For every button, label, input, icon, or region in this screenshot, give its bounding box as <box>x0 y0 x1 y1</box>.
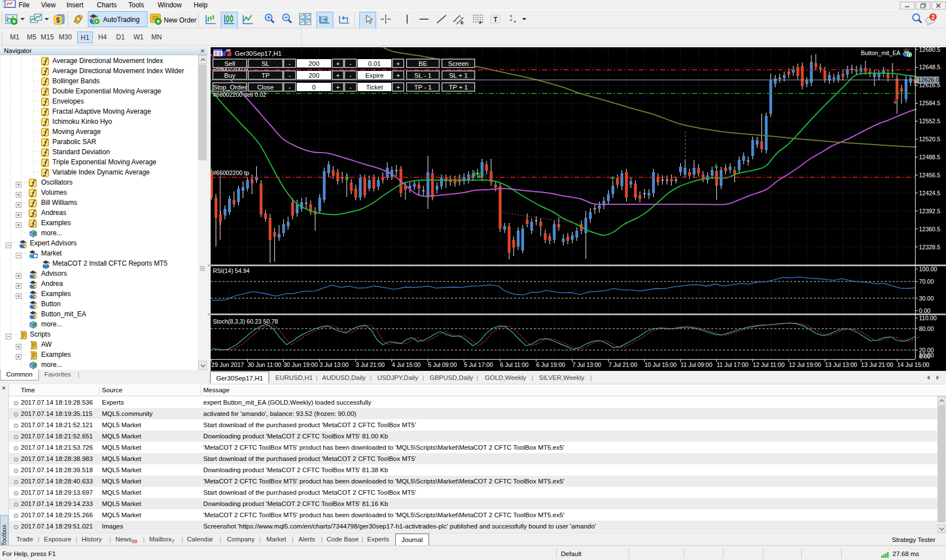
svg-text:12328.5: 12328.5 <box>919 244 940 250</box>
svg-text:12360.5: 12360.5 <box>919 226 940 232</box>
svg-text:Screen: Screen <box>448 60 468 67</box>
svg-text:12584.5: 12584.5 <box>919 100 940 106</box>
svg-text:-: - <box>289 84 291 91</box>
svg-text:T: T <box>493 16 498 24</box>
svg-text:-: - <box>289 72 291 79</box>
svg-text:Sell: Sell <box>224 60 235 67</box>
svg-text:12520.5: 12520.5 <box>919 136 940 142</box>
svg-text:+: + <box>396 60 400 67</box>
svg-text:30 Jun 19:00: 30 Jun 19:00 <box>284 361 318 368</box>
svg-text:200: 200 <box>309 60 319 67</box>
svg-text:4 Jul 15:00: 4 Jul 15:00 <box>392 361 421 368</box>
svg-text:+: + <box>396 84 400 91</box>
svg-text:11 Jul 09:00: 11 Jul 09:00 <box>681 361 713 368</box>
svg-text:13 Jul 13:00: 13 Jul 13:00 <box>825 361 857 368</box>
svg-text:F: F <box>479 20 482 25</box>
svg-text:0.00: 0.00 <box>919 307 931 314</box>
svg-text:12680.5: 12680.5 <box>919 46 940 53</box>
svg-text:12 Jul 11:00: 12 Jul 11:00 <box>753 361 785 368</box>
svg-text:14 Jul 15:00: 14 Jul 15:00 <box>897 361 929 368</box>
svg-text:12392.5: 12392.5 <box>919 208 940 214</box>
svg-text:11 Jul 17:00: 11 Jul 17:00 <box>717 361 749 368</box>
svg-text:TP - 1: TP - 1 <box>414 84 431 91</box>
svg-text:$: $ <box>56 16 60 24</box>
svg-text:Ger30Sep17,H1: Ger30Sep17,H1 <box>235 50 282 57</box>
svg-text:7 Jul 13:00: 7 Jul 13:00 <box>572 361 601 368</box>
svg-text:+: + <box>336 84 340 91</box>
svg-text:Expire: Expire <box>365 72 384 79</box>
svg-text:SL - 1: SL - 1 <box>414 72 431 79</box>
svg-text:12626.0: 12626.0 <box>918 77 939 83</box>
svg-text:110.00: 110.00 <box>919 315 936 321</box>
svg-text:5 Jul 17:00: 5 Jul 17:00 <box>464 361 493 368</box>
svg-text:12648.5: 12648.5 <box>919 64 940 70</box>
svg-text:5: 5 <box>77 16 79 22</box>
svg-text:Ticket: Ticket <box>366 84 383 91</box>
svg-text:12424.5: 12424.5 <box>919 190 940 196</box>
svg-text:Button_mit_EA: Button_mit_EA <box>861 50 900 56</box>
svg-text:Buy: Buy <box>224 72 235 79</box>
svg-text:30.00: 30.00 <box>919 295 934 302</box>
svg-text:12552.5: 12552.5 <box>919 118 940 124</box>
svg-text:#66002200 tp: #66002200 tp <box>213 169 249 176</box>
svg-text:Close: Close <box>257 84 274 91</box>
svg-text:-: - <box>289 60 291 67</box>
svg-text:2: 2 <box>931 14 935 20</box>
svg-text:SL: SL <box>261 60 270 67</box>
svg-text:7 Jul 21:00: 7 Jul 21:00 <box>608 361 637 368</box>
svg-text:12488.5: 12488.5 <box>919 154 940 160</box>
svg-text:6 Jul 19:00: 6 Jul 19:00 <box>536 361 565 368</box>
svg-text:29 Jun 2017: 29 Jun 2017 <box>211 361 244 368</box>
svg-text:+: + <box>336 72 340 79</box>
svg-text:0: 0 <box>312 84 315 91</box>
svg-text:5 Jul 09:00: 5 Jul 09:00 <box>428 361 457 368</box>
svg-text:Stop_Order: Stop_Order <box>213 84 247 91</box>
svg-text:10 Jul 15:00: 10 Jul 15:00 <box>645 361 677 368</box>
svg-text:0.01: 0.01 <box>368 60 381 67</box>
svg-text:30 Jun 11:00: 30 Jun 11:00 <box>247 361 281 368</box>
svg-text:TP + 1: TP + 1 <box>449 84 468 91</box>
svg-text:E: E <box>461 20 464 25</box>
svg-text:#66002200 sell 0.02: #66002200 sell 0.02 <box>213 91 266 98</box>
svg-text:+: + <box>336 60 340 67</box>
svg-text:13 Jul 21:00: 13 Jul 21:00 <box>861 361 893 368</box>
svg-text:3 Jul 13:00: 3 Jul 13:00 <box>320 361 349 368</box>
svg-text:-: - <box>350 60 352 67</box>
svg-text:RSI(14) 54.94: RSI(14) 54.94 <box>213 267 250 274</box>
svg-text:100.00: 100.00 <box>919 266 937 272</box>
svg-text:3 Jul 21:00: 3 Jul 21:00 <box>356 361 385 368</box>
svg-text:-: - <box>350 72 352 79</box>
svg-text:12 Jul 19:00: 12 Jul 19:00 <box>789 361 821 368</box>
svg-text:6 Jul 11:00: 6 Jul 11:00 <box>500 361 529 368</box>
svg-text:0.00: 0.00 <box>919 353 931 360</box>
svg-text:TP: TP <box>261 72 270 79</box>
svg-text:200: 200 <box>309 72 319 79</box>
svg-text:80.00: 80.00 <box>919 325 934 332</box>
svg-text:70.00: 70.00 <box>919 278 934 285</box>
svg-text:-: - <box>350 84 352 91</box>
svg-text:+: + <box>396 72 400 79</box>
svg-text:BE: BE <box>418 60 427 67</box>
svg-text:12456.5: 12456.5 <box>919 172 940 178</box>
svg-text:SL + 1: SL + 1 <box>449 72 467 79</box>
svg-text:Stoch(8,3,3) 60.23 50.78: Stoch(8,3,3) 60.23 50.78 <box>213 318 278 325</box>
